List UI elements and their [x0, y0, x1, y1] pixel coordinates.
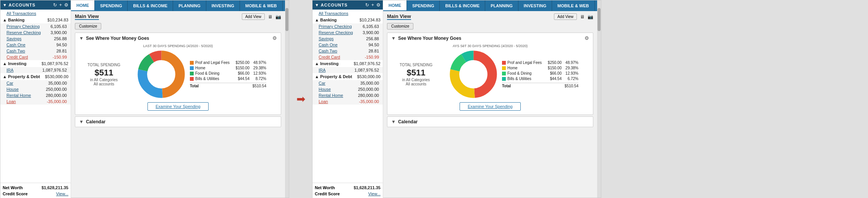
right-property-debt-section-header[interactable]: ▲ Property & Debt $530,000.00 [313, 73, 383, 80]
list-item[interactable]: Primary Checking 6,105.63 [0, 23, 71, 29]
calendar-header[interactable]: ▼ Calendar [75, 117, 281, 127]
list-item[interactable]: Cash One 94.50 [313, 42, 383, 48]
car-amount: 35,000.00 [48, 81, 67, 85]
list-item[interactable]: Cash Two 28.81 [0, 48, 71, 54]
right-scrollbar[interactable] [597, 0, 601, 198]
customize-button[interactable]: Customize [75, 23, 101, 29]
tab-home[interactable]: HOME [71, 0, 95, 11]
property-debt-section-header[interactable]: ▲ Property & Debt $530,000.00 [0, 73, 71, 80]
list-item[interactable]: Car 35,000.00 [0, 80, 71, 86]
right-monitor-icon[interactable]: 🖥 [580, 14, 585, 20]
list-item[interactable]: Rental Home 280,000.00 [313, 92, 383, 98]
right-tab-bills-income[interactable]: BILLS & INCOME [440, 0, 485, 11]
add-view-button[interactable]: Add View [242, 13, 265, 20]
tab-investing[interactable]: INVESTING [206, 0, 240, 11]
right-tab-spending[interactable]: SPENDING [407, 0, 440, 11]
left-scrollbar[interactable] [285, 0, 289, 198]
list-item[interactable]: IRA 1,087,976.52 [0, 67, 71, 73]
list-item[interactable]: Car 35,000.00 [313, 80, 383, 86]
tab-spending[interactable]: SPENDING [95, 0, 128, 11]
right-tab-home[interactable]: HOME [383, 0, 407, 11]
primary-checking-amount: 6,105.63 [50, 24, 67, 29]
right-widget-gear-icon[interactable]: ⚙ [585, 35, 589, 41]
right-nav-bar: HOME SPENDING BILLS & INCOME PLANNING IN… [383, 0, 597, 11]
right-legend-name-prof: Prof and Legal Fees [507, 61, 545, 65]
rental-home-label: Rental Home [6, 93, 31, 98]
right-credit-score-link[interactable]: View... [368, 191, 381, 196]
donut-chart [136, 49, 186, 99]
right-banking-section-header[interactable]: ▲ Banking $10,234.83 [313, 16, 383, 23]
legend-section: Prof and Legal Fees $250.00 48.97% Home … [190, 61, 266, 88]
right-refresh-icon[interactable]: ↻ [365, 2, 369, 8]
gear-icon[interactable]: ⚙ [64, 2, 68, 8]
list-item[interactable]: House 250,000.00 [313, 86, 383, 92]
all-accounts: All accounts [94, 82, 114, 86]
camera-icon[interactable]: 📷 [275, 14, 281, 20]
right-property-debt-amount: $530,000.00 [357, 74, 381, 79]
list-item[interactable]: Savings 256.88 [313, 36, 383, 42]
monitor-icon[interactable]: 🖥 [268, 14, 272, 20]
examine-spending-button[interactable]: Examine Your Spending [147, 102, 208, 111]
list-item[interactable]: House 250,000.00 [0, 86, 71, 92]
right-widget-header[interactable]: ▼ See Where Your Money Goes ⚙ [387, 33, 593, 43]
widget-body: LAST 30 DAYS SPENDING (4/2020 - 5/2020) … [75, 43, 281, 115]
legend-item: Bills & Utilities $44.54 6.72% [502, 77, 578, 81]
tab-bills-income[interactable]: BILLS & INCOME [128, 0, 173, 11]
right-add-view-button[interactable]: Add View [554, 13, 577, 20]
list-item[interactable]: IRA 1,087,976.52 [313, 67, 383, 73]
legend-item: Prof and Legal Fees $250.00 48.97% [190, 61, 266, 65]
right-add-icon[interactable]: + [371, 2, 374, 8]
legend-item: Food & Dining $66.00 12.93% [190, 71, 266, 75]
right-tab-mobile-web[interactable]: MOBILE & WEB [552, 0, 595, 11]
spending-widget: ▼ See Where Your Money Goes ⚙ LAST 30 DA… [75, 33, 281, 115]
add-icon[interactable]: + [59, 2, 62, 8]
credit-score-link[interactable]: View... [56, 191, 68, 196]
investing-section-header[interactable]: ▲ Investing $1,087,976.52 [0, 60, 71, 67]
right-cash-two-amount: 28.81 [368, 49, 379, 53]
right-gear-icon[interactable]: ⚙ [376, 2, 381, 8]
right-banking-amount: $10,234.83 [360, 18, 381, 22]
right-legend-total-amount: $510.54 [563, 84, 578, 88]
list-item[interactable]: Reserve Checking 3,900.00 [313, 29, 383, 36]
widget-header[interactable]: ▼ See Where Your Money Goes ⚙ [75, 33, 281, 43]
right-calendar-header[interactable]: ▼ Calendar [387, 117, 593, 127]
list-item[interactable]: Primary Checking 6,105.63 [313, 23, 383, 29]
right-chart-period-label: AYS SèT 30 DAYS SPENDING (4/2020 - 5/202… [391, 44, 589, 48]
legend-pct-home: 29.38% [251, 66, 266, 70]
property-debt-amount: $530,000.00 [45, 74, 68, 79]
right-investing-section-header[interactable]: ▲ Investing $1,087,976.52 [313, 60, 383, 67]
main-view-title: Main View [75, 13, 99, 20]
legend-item: Prof and Legal Fees $250.00 48.97% [502, 61, 578, 65]
right-credit-score-label: Credit Score [315, 191, 340, 196]
right-customize-button[interactable]: Customize [387, 23, 413, 29]
list-item[interactable]: Rental Home 280,000.00 [0, 92, 71, 98]
list-item[interactable]: Cash Two 28.81 [313, 48, 383, 54]
cash-two-amount: 28.81 [56, 49, 67, 53]
right-scroll-thumb[interactable] [598, 8, 601, 31]
refresh-icon[interactable]: ↻ [53, 2, 57, 8]
net-worth-label: Net Worth [3, 185, 23, 190]
list-item[interactable]: Cash One 94.50 [0, 42, 71, 48]
right-widget-title-row: ▼ See Where Your Money Goes [391, 36, 462, 41]
right-legend-total-label: Total [502, 84, 562, 88]
list-item[interactable]: Savings 256.88 [0, 36, 71, 42]
right-legend-pct-prof: 48.97% [563, 61, 578, 65]
tab-planning[interactable]: PLANNING [173, 0, 206, 11]
list-item[interactable]: Credit Card -150.99 [313, 54, 383, 60]
right-all-transactions-label: All Transactions [319, 11, 348, 16]
list-item[interactable]: Loan -35,000.00 [0, 98, 71, 105]
left-scroll-thumb[interactable] [285, 8, 288, 31]
tab-mobile-web[interactable]: MOBILE & WEB [240, 0, 283, 11]
list-item[interactable]: Credit Card -150.99 [0, 54, 71, 60]
all-transactions-link[interactable]: All Transactions [0, 10, 71, 16]
list-item[interactable]: Loan -35,000.00 [313, 98, 383, 105]
list-item[interactable]: Reserve Checking 3,900.00 [0, 29, 71, 36]
right-tab-planning[interactable]: PLANNING [485, 0, 518, 11]
right-examine-spending-button[interactable]: Examine Your Spending [460, 102, 520, 111]
banking-section-header[interactable]: ▲ Banking $10,234.83 [0, 16, 71, 23]
right-all-transactions-link[interactable]: All Transactions [313, 10, 383, 16]
widget-gear-icon[interactable]: ⚙ [272, 35, 277, 41]
right-tab-investing[interactable]: INVESTING [518, 0, 552, 11]
left-sidebar: ▼ ACCOUNTS ↻ + ⚙ All Transactions ▲ Bank… [0, 0, 71, 198]
right-camera-icon[interactable]: 📷 [588, 14, 593, 20]
